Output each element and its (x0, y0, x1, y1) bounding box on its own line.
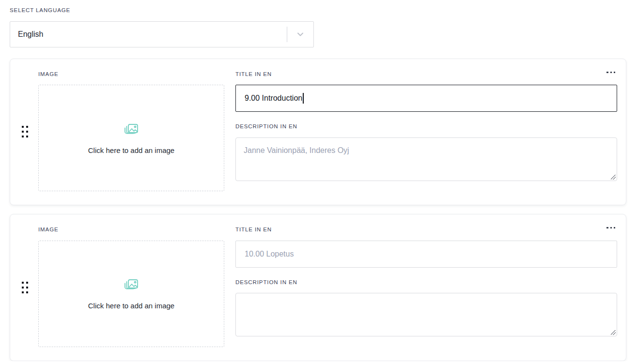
image-icon (124, 122, 139, 139)
ellipsis-icon (606, 72, 608, 73)
image-dropzone[interactable]: Click here to add an image (38, 241, 224, 347)
description-textarea[interactable] (235, 137, 617, 181)
dropzone-text: Click here to add an image (88, 146, 174, 154)
title-input[interactable]: 9.00 Introduction (235, 85, 617, 112)
title-input[interactable] (235, 241, 617, 268)
image-label: IMAGE (38, 227, 224, 233)
ellipsis-icon (606, 227, 608, 228)
description-textarea[interactable] (235, 293, 617, 336)
more-options-button[interactable] (603, 68, 619, 77)
select-language-label: SELECT LANGUAGE (10, 8, 626, 14)
dropzone-text: Click here to add an image (88, 302, 174, 310)
language-select[interactable]: English (10, 21, 314, 47)
resize-grip-icon[interactable] (611, 175, 616, 180)
title-label: TITLE IN EN (235, 72, 617, 77)
text-caret (303, 93, 304, 104)
chevron-down-icon[interactable] (287, 30, 313, 39)
drag-handle[interactable] (20, 280, 30, 295)
title-input-value: 9.00 Introduction (245, 94, 302, 103)
description-label: DESCRIPTION IN EN (235, 280, 617, 286)
title-label: TITLE IN EN (235, 227, 617, 233)
language-select-value: English (10, 30, 287, 39)
more-options-button[interactable] (603, 223, 619, 232)
description-label: DESCRIPTION IN EN (235, 124, 617, 130)
image-label: IMAGE (38, 72, 224, 77)
image-dropzone[interactable]: Click here to add an image (38, 85, 224, 191)
resize-grip-icon[interactable] (611, 330, 616, 335)
agenda-item-card-1: IMAGE Click here to add an image (10, 59, 626, 206)
content-editor-page: SELECT LANGUAGE English IMAGE (10, 8, 626, 361)
image-icon (124, 277, 139, 295)
drag-handle[interactable] (20, 124, 30, 139)
agenda-item-card-2: IMAGE Click here to add an image (10, 214, 626, 361)
